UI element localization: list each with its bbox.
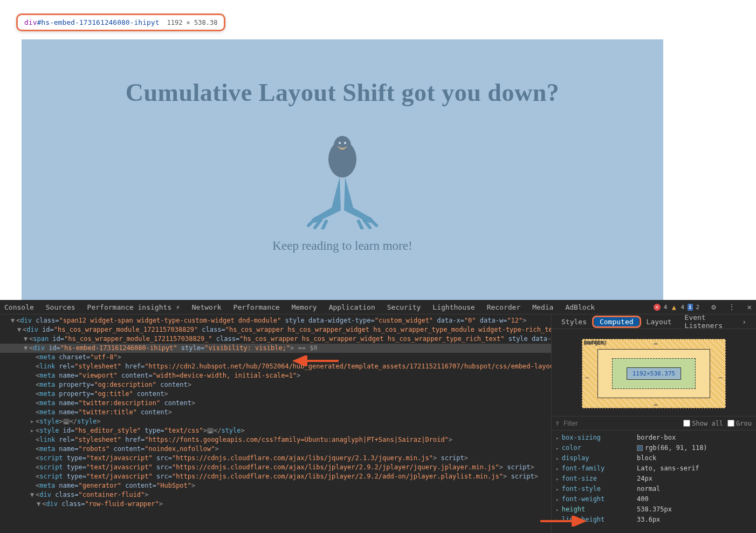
tooltip-element: div#hs-embed-173161246080-ihipyt [24,18,159,26]
tab-sources[interactable]: Sources [46,303,75,311]
devtools-panel: Console Sources Performance insights ⚡ N… [0,300,756,533]
tab-adblock[interactable]: AdBlock [565,303,595,311]
computed-properties[interactable]: box-sizingborder-boxcolorrgb(66, 91, 118… [552,430,756,527]
tab-media[interactable]: Media [532,303,553,311]
more-icon[interactable]: ⋮ [728,303,736,311]
tab-console[interactable]: Console [4,303,34,311]
filter-row: ⫯ Show all Grou [552,416,756,430]
show-all-checkbox[interactable]: Show all [683,420,723,427]
box-model[interactable]: margin –– –– border –– –– padding –– –– … [552,329,756,416]
tab-network[interactable]: Network [192,303,222,311]
warning-icon: ▲ [670,304,677,311]
filter-input[interactable] [563,420,679,427]
hero-title: Cumulative Layout Shift got you down? [126,78,559,107]
info-icon: i [688,304,692,311]
elements-tree[interactable]: ▼<div class="span12 widget-span widget-t… [0,315,551,533]
duck-illustration [302,124,383,229]
error-icon: ✕ [654,304,661,311]
tab-security[interactable]: Security [387,303,421,311]
close-icon[interactable]: ✕ [747,303,752,311]
stab-more[interactable]: › [737,316,752,327]
filter-icon: ⫯ [556,420,559,427]
svg-point-3 [344,142,346,144]
stab-computed[interactable]: Computed [594,316,639,327]
tab-memory[interactable]: Memory [292,303,317,311]
inspect-tooltip: div#hs-embed-173161246080-ihipyt 1192 × … [16,13,225,31]
tab-perf-insights[interactable]: Performance insights ⚡ [87,303,180,311]
gear-icon[interactable]: ⚙ [711,303,716,311]
styles-sidebar: Styles Computed Layout Event Listeners ›… [551,315,756,533]
tab-performance[interactable]: Performance [233,303,280,311]
devtools-tabrow: Console Sources Performance insights ⚡ N… [0,300,756,315]
group-checkbox[interactable]: Grou [727,420,752,427]
stab-layout[interactable]: Layout [641,316,677,327]
box-model-content: 1192×538.375 [627,367,681,380]
hero-section: Cumulative Layout Shift got you down? Ke… [22,39,663,330]
tab-lighthouse[interactable]: Lighthouse [432,303,475,311]
annotation-arrow-2 [539,516,588,527]
svg-point-2 [339,142,341,144]
tooltip-dimensions: 1192 × 538.38 [167,19,217,26]
side-tabrow: Styles Computed Layout Event Listeners › [552,315,756,329]
svg-point-1 [334,136,351,155]
tab-application[interactable]: Application [329,303,375,311]
hero-tagline: Keep reading to learn more! [272,239,412,253]
stab-styles[interactable]: Styles [556,316,592,327]
error-badges[interactable]: ✕4 ▲4 i2 [654,304,699,311]
stab-computed-wrap: Computed [594,318,639,326]
tab-recorder[interactable]: Recorder [487,303,521,311]
annotation-arrow-1 [291,356,340,366]
